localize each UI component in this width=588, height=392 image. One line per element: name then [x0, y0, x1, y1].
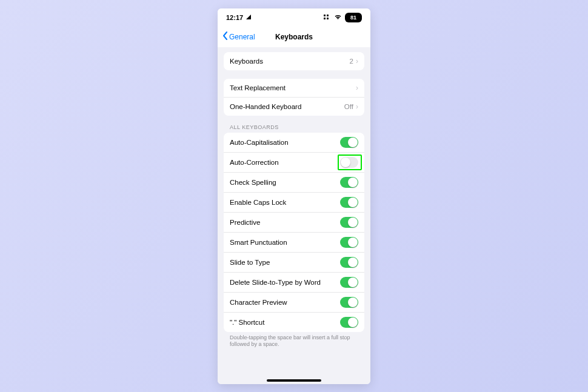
label-character-preview: Character Preview: [230, 299, 340, 306]
toggle-auto-correction[interactable]: [340, 157, 358, 168]
location-icon: [246, 14, 252, 21]
row-one-handed[interactable]: One-Handed Keyboard Off ›: [224, 97, 364, 116]
group-keyboards: Keyboards 2 ›: [224, 52, 364, 70]
label-period-shortcut: "." Shortcut: [230, 319, 340, 326]
toggle-auto-capitalisation[interactable]: [340, 137, 358, 148]
row-auto-correction: Auto-Correction: [224, 152, 364, 172]
back-label: General: [229, 33, 255, 41]
section-header-all-keyboards: All Keyboards: [230, 124, 358, 130]
row-auto-capitalisation: Auto-Capitalisation: [224, 133, 364, 152]
row-predictive: Predictive: [224, 212, 364, 232]
row-keyboards[interactable]: Keyboards 2 ›: [224, 52, 364, 70]
toggle-period-shortcut[interactable]: [340, 317, 358, 328]
section-footer: Double-tapping the space bar will insert…: [230, 334, 358, 348]
toggle-knob: [348, 198, 358, 207]
row-period-shortcut: "." Shortcut: [224, 312, 364, 332]
label-check-spelling: Check Spelling: [230, 179, 340, 186]
toggle-knob: [348, 297, 358, 307]
battery-indicator: 81: [345, 13, 362, 22]
focus-icon: [324, 14, 331, 21]
nav-title: Keyboards: [275, 33, 313, 41]
toggle-predictive[interactable]: [340, 217, 358, 228]
label-predictive: Predictive: [230, 219, 340, 226]
toggle-character-preview[interactable]: [340, 297, 358, 308]
label-enable-caps-lock: Enable Caps Lock: [230, 199, 340, 206]
chevron-right-icon: ›: [356, 84, 358, 92]
label-auto-correction: Auto-Correction: [230, 159, 340, 166]
nav-bar: General Keyboards: [218, 27, 370, 48]
svg-rect-2: [324, 18, 326, 19]
toggle-knob: [348, 257, 358, 267]
label-smart-punctuation: Smart Punctuation: [230, 239, 340, 246]
chevron-left-icon: [222, 32, 228, 42]
label-slide-to-type: Slide to Type: [230, 259, 340, 266]
stage: 12:17: [0, 0, 588, 392]
toggle-enable-caps-lock[interactable]: [340, 197, 358, 208]
toggle-knob: [341, 158, 350, 167]
wifi-icon: [334, 14, 342, 21]
toggle-smart-punctuation[interactable]: [340, 237, 358, 248]
row-one-handed-value: Off: [344, 103, 353, 110]
row-enable-caps-lock: Enable Caps Lock: [224, 192, 364, 212]
label-auto-capitalisation: Auto-Capitalisation: [230, 139, 340, 146]
chevron-right-icon: ›: [356, 57, 358, 65]
chevron-right-icon: ›: [356, 102, 358, 111]
row-one-handed-label: One-Handed Keyboard: [230, 103, 344, 110]
toggle-knob: [348, 277, 358, 287]
row-keyboards-label: Keyboards: [230, 58, 350, 65]
group-text-options: Text Replacement › One-Handed Keyboard O…: [224, 79, 364, 116]
row-keyboards-value: 2: [350, 58, 353, 65]
status-right: 81: [324, 13, 362, 22]
toggle-knob: [348, 238, 358, 247]
row-delete-slide-word: Delete Slide-to-Type by Word: [224, 272, 364, 292]
svg-rect-1: [327, 15, 329, 16]
toggle-knob: [348, 218, 358, 227]
back-button[interactable]: General: [222, 27, 255, 47]
row-character-preview: Character Preview: [224, 292, 364, 312]
svg-rect-3: [327, 18, 329, 19]
toggle-slide-to-type[interactable]: [340, 257, 358, 268]
row-check-spelling: Check Spelling: [224, 172, 364, 192]
toggle-delete-slide-word[interactable]: [340, 277, 358, 288]
svg-rect-0: [324, 15, 326, 16]
label-delete-slide-word: Delete Slide-to-Type by Word: [230, 279, 340, 286]
row-smart-punctuation: Smart Punctuation: [224, 232, 364, 252]
toggle-check-spelling[interactable]: [340, 177, 358, 188]
toggle-knob: [348, 138, 358, 147]
status-bar: 12:17: [218, 8, 370, 27]
status-time: 12:17: [226, 14, 243, 21]
toggle-knob: [348, 317, 358, 327]
settings-body: Keyboards 2 › Text Replacement › One-Han…: [218, 47, 370, 384]
status-left: 12:17: [226, 14, 252, 21]
group-all-keyboards: Auto-CapitalisationAuto-CorrectionCheck …: [224, 133, 364, 332]
home-indicator[interactable]: [267, 379, 321, 382]
row-slide-to-type: Slide to Type: [224, 252, 364, 272]
toggle-knob: [348, 178, 358, 187]
row-text-replacement-label: Text Replacement: [230, 84, 356, 91]
phone-frame: 12:17: [218, 8, 370, 384]
row-text-replacement[interactable]: Text Replacement ›: [224, 79, 364, 97]
